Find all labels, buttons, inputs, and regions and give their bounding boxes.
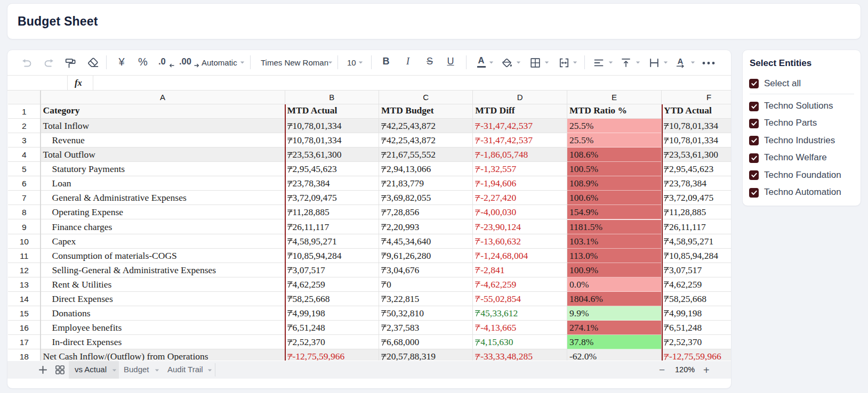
- svg-text:A: A: [678, 56, 684, 65]
